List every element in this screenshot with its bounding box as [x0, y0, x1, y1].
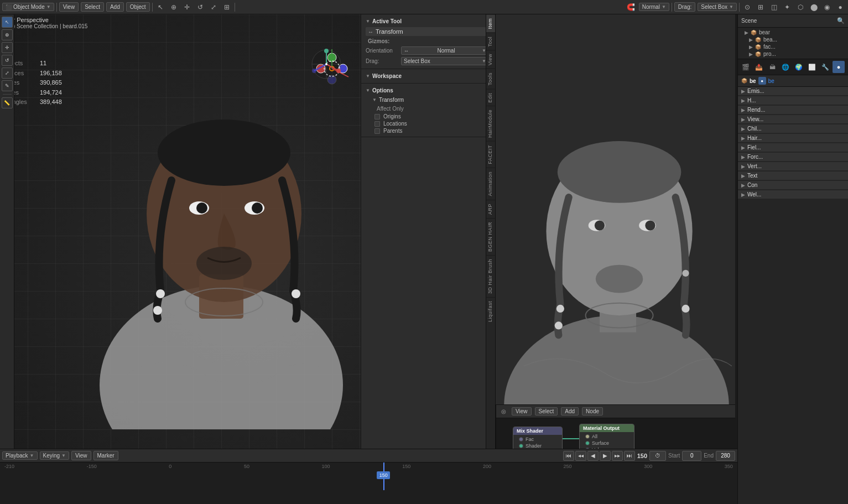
- select-box-dropdown[interactable]: Select Box ▼: [698, 3, 737, 11]
- field-weights-header[interactable]: ▶ Fiel...: [738, 143, 848, 152]
- options-header[interactable]: ▼ Options: [366, 86, 489, 95]
- timeline-playhead-marker[interactable]: 150: [377, 471, 390, 479]
- end-frame-input[interactable]: [716, 451, 735, 461]
- render-section-header[interactable]: ▶ Rend...: [738, 106, 848, 114]
- children-section-header[interactable]: ▶ Chil...: [738, 124, 848, 133]
- viewport-properties-splitter[interactable]: [735, 14, 737, 504]
- rotate-tool-btn[interactable]: ↺: [2, 55, 13, 66]
- hair-children-header[interactable]: ▶ Hair...: [738, 134, 848, 142]
- object-mode-dropdown[interactable]: ⬛ Object Mode ▼: [2, 3, 54, 11]
- vert-groups-header[interactable]: ▶ Vert...: [738, 162, 848, 170]
- viewport-shading-material-icon[interactable]: ◉: [821, 2, 833, 13]
- viewport-section-header[interactable]: ▶ View...: [738, 115, 848, 123]
- prop-scene-icon[interactable]: 🌐: [779, 61, 792, 73]
- node-select-btn[interactable]: Select: [535, 407, 558, 415]
- prop-render-icon[interactable]: 🎬: [740, 61, 752, 73]
- timeline-marker-btn[interactable]: Marker: [93, 451, 118, 460]
- jump-end-btn[interactable]: ⏭: [624, 451, 635, 461]
- vtab-hairmodule[interactable]: HairModule: [486, 106, 495, 141]
- text-section-header[interactable]: ▶ Text: [738, 172, 848, 180]
- locations-checkbox[interactable]: [374, 121, 380, 127]
- keying-dropdown[interactable]: Keying ▼: [40, 451, 70, 460]
- sync-btn[interactable]: ⏱: [649, 451, 666, 461]
- viewport-shading-solid-icon[interactable]: ⬤: [808, 2, 819, 13]
- viewport-shading-wire-icon[interactable]: ⬡: [795, 2, 806, 13]
- snap-grid-icon[interactable]: ⊞: [755, 2, 766, 13]
- prop-modifier-icon[interactable]: 🔧: [819, 61, 831, 73]
- right-panel-filter-icon[interactable]: 🔍: [837, 17, 845, 24]
- node-add-btn[interactable]: Add: [561, 407, 579, 415]
- vtab-bgen-hair[interactable]: BGEN HAIR: [486, 218, 495, 255]
- rotate-icon[interactable]: ↺: [195, 2, 206, 13]
- normal-dropdown[interactable]: Normal ▼: [639, 3, 669, 11]
- prop-world-icon[interactable]: 🌍: [793, 61, 805, 73]
- prop-object-icon[interactable]: ⬜: [806, 61, 818, 73]
- play-btn[interactable]: ▶: [600, 451, 611, 461]
- play-back-btn[interactable]: ◀: [587, 451, 599, 461]
- all-socket[interactable]: [585, 434, 590, 439]
- origins-checkbox[interactable]: [374, 114, 380, 119]
- step-back-btn[interactable]: ◂◂: [575, 451, 586, 461]
- proportional-edit-icon[interactable]: ⊙: [742, 2, 753, 13]
- start-frame-input[interactable]: [682, 451, 701, 461]
- viewport-shading-render-icon[interactable]: ●: [835, 2, 846, 13]
- vtab-item[interactable]: Item: [486, 14, 495, 33]
- shader1-socket[interactable]: [519, 444, 523, 448]
- object-menu[interactable]: Object: [126, 2, 150, 12]
- parents-checkbox[interactable]: [374, 128, 380, 134]
- vtab-view[interactable]: View: [486, 50, 495, 69]
- node-view-btn[interactable]: View: [512, 407, 532, 415]
- workspace-header[interactable]: ▼ Workspace: [366, 71, 489, 81]
- well-section-header[interactable]: ▶ Wel...: [738, 190, 848, 199]
- scale-icon[interactable]: ⤢: [208, 2, 219, 13]
- vtab-arp[interactable]: ARP: [486, 200, 495, 218]
- cursor-icon[interactable]: ⊕: [168, 2, 179, 13]
- playback-dropdown[interactable]: Playback ▼: [2, 451, 38, 460]
- orbit-gizmo[interactable]: [310, 48, 343, 81]
- timeline-view-btn[interactable]: View: [71, 451, 91, 460]
- timeline-track[interactable]: -210 -150 0 50 100 150 200 250 300 350 1…: [0, 463, 737, 490]
- forces-header[interactable]: ▶ Forc...: [738, 153, 848, 161]
- con-section-header[interactable]: ▶ Con: [738, 181, 848, 189]
- vtab-liquifast[interactable]: Liquifast: [486, 297, 495, 325]
- gizmo-icon[interactable]: ✦: [782, 2, 793, 13]
- drag-dropdown[interactable]: Select Box ▼: [401, 57, 489, 65]
- outliner-item-2[interactable]: ▶ 📦 bea...: [738, 36, 848, 43]
- active-tool-header[interactable]: ▼ Active Tool: [366, 17, 489, 26]
- step-fwd-btn[interactable]: ▸▸: [612, 451, 623, 461]
- outliner-item-3[interactable]: ▶ 📦 fac...: [738, 43, 848, 50]
- fac-socket[interactable]: [519, 437, 523, 441]
- prop-viewlayer-icon[interactable]: 🏔: [766, 61, 778, 73]
- transform-icon[interactable]: ⊞: [221, 2, 232, 13]
- hair-section-header[interactable]: ▶ H...: [738, 96, 848, 105]
- select-tool-btn[interactable]: ↖: [2, 17, 13, 28]
- orientation-dropdown[interactable]: ↔ Normal ▼: [401, 46, 489, 55]
- object-select-icon[interactable]: ●: [758, 77, 766, 85]
- outliner-item-1[interactable]: ▶ 📦 bear: [738, 29, 848, 36]
- select-menu[interactable]: Select: [81, 2, 104, 12]
- emit-section-header[interactable]: ▶ Emis...: [738, 87, 848, 95]
- move-tool-btn[interactable]: ✛: [2, 42, 13, 53]
- cursor-tool-btn[interactable]: ⊕: [2, 29, 13, 40]
- prop-material-icon[interactable]: ●: [833, 61, 845, 73]
- add-menu[interactable]: Add: [106, 2, 124, 12]
- move-icon[interactable]: ✛: [181, 2, 193, 13]
- vtab-tools[interactable]: Tools: [486, 69, 495, 89]
- transform-btn[interactable]: ↔ Transform: [366, 27, 489, 36]
- annotate-tool-btn[interactable]: ✎: [2, 80, 13, 91]
- snap-icon[interactable]: 🧲: [626, 2, 637, 13]
- measure-tool-btn[interactable]: 📏: [2, 97, 13, 108]
- prop-output-icon[interactable]: 📤: [753, 61, 765, 73]
- transform-sub-header[interactable]: ▼ Transform: [366, 95, 489, 105]
- vtab-faceit[interactable]: FACEIT: [486, 141, 495, 168]
- node-node-btn[interactable]: Node: [582, 407, 603, 415]
- select-tool-icon[interactable]: ↖: [155, 2, 166, 13]
- surface-socket[interactable]: [585, 441, 590, 445]
- node-editor-type-icon[interactable]: ◎: [498, 407, 508, 417]
- vtab-edit[interactable]: Edit: [486, 89, 495, 106]
- view-menu[interactable]: View: [59, 2, 79, 12]
- vtab-tool[interactable]: Tool: [486, 33, 495, 50]
- scale-tool-btn[interactable]: ⤢: [2, 67, 13, 79]
- overlays-icon[interactable]: ◫: [768, 2, 779, 13]
- vtab-3dhair[interactable]: 3D Hair Brush: [486, 255, 495, 297]
